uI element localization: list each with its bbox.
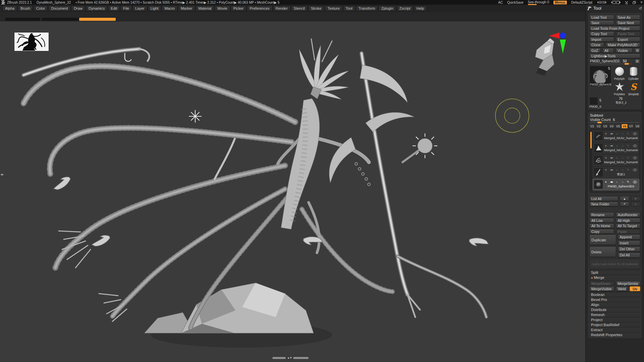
- copy-tool-button[interactable]: Copy Tool: [589, 31, 614, 36]
- copy-subtool-button[interactable]: Copy: [589, 229, 614, 234]
- subtool-scrollbar[interactable]: [590, 130, 592, 191]
- menu-file[interactable]: File: [120, 6, 132, 11]
- vtab-v4[interactable]: V4: [609, 124, 614, 128]
- panel-tray-toggle-icon[interactable]: [611, 1, 621, 4]
- visibility-pair-icon[interactable]: ●●: [610, 132, 612, 135]
- save-as-button[interactable]: Save As: [616, 15, 641, 20]
- menu-color[interactable]: Color: [34, 6, 48, 11]
- new-folder-button[interactable]: New Folder: [589, 201, 618, 206]
- export-button[interactable]: Export: [616, 37, 641, 42]
- mergesimilar-button[interactable]: MergeSimilar: [616, 281, 641, 286]
- active-tool-slider[interactable]: PM3D_Sphere3D2. 50 R: [589, 59, 640, 65]
- polyframe-icon[interactable]: ▾: [605, 144, 607, 147]
- subtool-item-selected[interactable]: ▾ ●● ◐ ◑ ✎ PM3D_Sphere3D2: [593, 179, 639, 190]
- rename-button[interactable]: Rename: [589, 212, 614, 217]
- list-all-button[interactable]: List All: [589, 196, 618, 201]
- ac-button[interactable]: AC: [498, 1, 503, 4]
- menu-texture[interactable]: Texture: [325, 6, 342, 11]
- divider-handle[interactable]: [293, 357, 309, 359]
- weld-button[interactable]: Weld: [616, 286, 628, 291]
- save-next-button[interactable]: Save Next: [616, 20, 641, 25]
- eye-icon[interactable]: [633, 132, 637, 135]
- paint-icon[interactable]: ✎: [627, 168, 630, 172]
- polyframe-icon[interactable]: ▾: [605, 132, 607, 135]
- menu-alpha[interactable]: Alpha: [2, 6, 17, 11]
- minimize-icon[interactable]: [625, 1, 628, 4]
- divider-segment-active[interactable]: [79, 18, 116, 21]
- recent-tool-1[interactable]: 5 PM3D_S: [589, 97, 614, 108]
- divider-segment[interactable]: [42, 18, 79, 21]
- section-split[interactable]: Split: [589, 270, 640, 275]
- vtab-v3[interactable]: V3: [602, 124, 608, 128]
- eye-icon[interactable]: [633, 157, 637, 159]
- vtab-v5[interactable]: V5: [615, 124, 621, 128]
- section-distribute[interactable]: Distribute: [589, 307, 640, 312]
- sculpt-canvas[interactable]: ▲▼ ◀▶: [0, 21, 585, 362]
- slider-handle[interactable]: [625, 63, 629, 65]
- subtool-item[interactable]: ▾ ●● ◐ ◑ ✎ 骨妖1: [593, 167, 639, 178]
- uv-toggle-button[interactable]: Uv: [630, 286, 640, 291]
- contrast-icon[interactable]: ◑: [622, 180, 623, 184]
- subtool-icons[interactable]: ▾ ●● ◐ ◑ ✎: [604, 168, 638, 172]
- left-tray-divider-icon[interactable]: ◀▶: [0, 173, 3, 176]
- crescent-icon[interactable]: ◐: [616, 180, 618, 184]
- visibility-pair-icon[interactable]: ●●: [610, 180, 612, 184]
- visibility-pair-icon[interactable]: ●●: [610, 168, 612, 172]
- goz-all-button[interactable]: All: [602, 48, 614, 53]
- eye-icon[interactable]: [633, 169, 637, 171]
- vtab-v1[interactable]: V1: [589, 124, 595, 128]
- all-low-button[interactable]: All Low: [589, 218, 614, 223]
- crescent-icon[interactable]: ◐: [616, 132, 618, 135]
- cylinder-tool[interactable]: Cylinder: [627, 66, 640, 81]
- contrast-icon[interactable]: ◑: [622, 168, 623, 172]
- slider-handle[interactable]: [597, 122, 602, 123]
- contrast-icon[interactable]: ◑: [622, 144, 623, 147]
- delete-button[interactable]: Delete: [589, 246, 616, 257]
- paint-icon[interactable]: ✎: [627, 156, 630, 160]
- vtab-v2[interactable]: V2: [596, 124, 601, 128]
- vtab-v6[interactable]: V6: [622, 124, 627, 128]
- divider-segment[interactable]: [5, 18, 40, 21]
- subtool-icons[interactable]: ▾ ●● ◐ ◑ ✎: [604, 180, 638, 184]
- polyframe-icon[interactable]: ▾: [605, 156, 607, 160]
- menu-tool[interactable]: Tool: [343, 6, 355, 11]
- current-tool-thumbnail[interactable]: 5 PM3D_Sphere3D: [589, 66, 611, 86]
- menu-render[interactable]: Render: [273, 6, 290, 11]
- import-button[interactable]: Import: [589, 37, 614, 42]
- polyframe-icon[interactable]: ▾: [605, 180, 607, 184]
- simple-brush-tool[interactable]: S SimpleB: [627, 81, 640, 96]
- move-down-button[interactable]: ▼: [631, 196, 640, 201]
- divider-handle[interactable]: [272, 357, 286, 359]
- goz-visible-button[interactable]: Visible: [615, 48, 633, 53]
- duplicate-button[interactable]: Duplicate: [589, 234, 616, 245]
- goz-button[interactable]: GoZ: [589, 48, 601, 53]
- subtool-icons[interactable]: ▾ ●● ◐ ◑ ✎: [604, 131, 638, 136]
- paste-subtool-button[interactable]: Paste: [616, 229, 641, 234]
- vtab-v7[interactable]: V7: [628, 124, 634, 128]
- move-out-folder-button[interactable]: ↱: [620, 201, 629, 206]
- section-bevel-pro[interactable]: Bevel Pro: [589, 297, 640, 302]
- left-tray-toggle-icon[interactable]: [597, 1, 607, 4]
- subtool-section-title[interactable]: Subtool: [589, 112, 640, 118]
- menu-dynamics[interactable]: Dynamics: [86, 6, 107, 11]
- subtool-item[interactable]: ▾ ●● ◐ ◑ ✎ Merged_Nickz_humanMaleAv: [593, 130, 639, 142]
- default-zscript-button[interactable]: DefaultZScript: [571, 1, 592, 4]
- visibility-pair-icon[interactable]: ●●: [610, 144, 612, 147]
- quicksave-button[interactable]: QuickSave: [507, 1, 523, 4]
- subtool-item[interactable]: ▾ ●● ◐ ◑ ✎ Merged_Nickz_humanMaleAv: [593, 142, 639, 154]
- see-through-slider[interactable]: See-through 0: [528, 0, 549, 4]
- polyframe-icon[interactable]: ▾: [605, 168, 607, 172]
- apply-last-action-button[interactable]: Apply Last Action To All Subtools: [589, 259, 640, 269]
- polysphere-tool[interactable]: PolySph: [612, 66, 626, 81]
- sculpture-model[interactable]: [0, 21, 585, 362]
- load-tools-from-project-button[interactable]: Load Tools From Project: [589, 26, 640, 31]
- load-tool-button[interactable]: Load Tool: [589, 15, 614, 20]
- lightbox-tools-button[interactable]: Lightbox▶Tools: [589, 53, 640, 58]
- menu-macro[interactable]: Macro: [162, 6, 177, 11]
- mergevisible-button[interactable]: MergeVisible: [589, 286, 614, 291]
- paint-icon[interactable]: ✎: [627, 132, 630, 135]
- subtool-list[interactable]: ▾ ●● ◐ ◑ ✎ Merged_Nickz_humanMaleAv: [589, 129, 640, 193]
- reset-palette-icon[interactable]: ↺: [639, 6, 642, 11]
- menu-transform[interactable]: Transform: [356, 6, 378, 11]
- menu-brush[interactable]: Brush: [18, 6, 33, 11]
